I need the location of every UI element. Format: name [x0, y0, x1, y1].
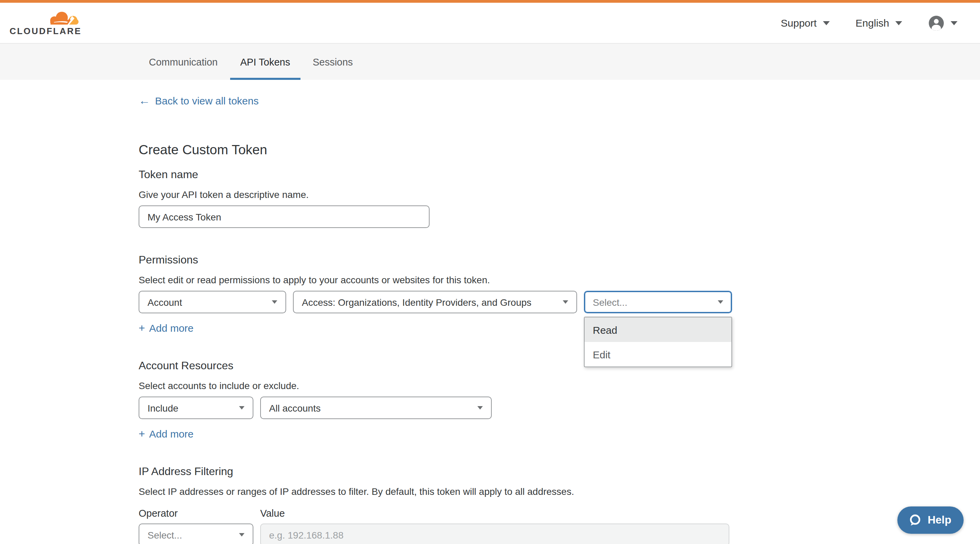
account-resources-row: Include All accounts — [138, 397, 980, 419]
permissions-add-more-link[interactable]: + Add more — [138, 322, 194, 334]
profile-tabbar: Communication API Tokens Sessions — [0, 43, 980, 80]
main-content: ← Back to view all tokens Create Custom … — [0, 80, 980, 544]
access-dropdown-menu: Read Edit — [584, 317, 732, 367]
chevron-down-icon — [563, 300, 568, 304]
dropdown-option-read[interactable]: Read — [585, 317, 732, 342]
ip-filtering-labels: Operator Value — [138, 508, 980, 519]
chevron-down-icon — [951, 21, 958, 25]
page-root: CLOUDFLARE Support English — [0, 0, 980, 544]
tab-sessions[interactable]: Sessions — [302, 44, 363, 80]
chevron-down-icon — [239, 406, 245, 409]
plus-icon: + — [138, 323, 145, 333]
permission-access-select[interactable]: Select... — [584, 291, 732, 313]
header-menus: Support English — [755, 15, 958, 31]
permission-scope-value: Account — [148, 297, 182, 308]
chevron-down-icon — [272, 300, 277, 304]
app-header: CLOUDFLARE Support English — [0, 3, 980, 43]
tab-api-tokens[interactable]: API Tokens — [230, 44, 301, 80]
ip-filtering-heading: IP Address Filtering — [138, 465, 980, 479]
help-button[interactable]: Help — [898, 506, 964, 534]
permission-resource-select[interactable]: Access: Organizations, Identity Provider… — [293, 291, 577, 313]
token-name-input[interactable] — [138, 205, 430, 228]
ip-operator-placeholder: Select... — [148, 529, 182, 540]
chevron-down-icon — [895, 21, 902, 25]
chevron-down-icon — [477, 406, 483, 409]
resource-mode-value: Include — [148, 402, 178, 413]
dropdown-option-edit[interactable]: Edit — [585, 342, 732, 366]
ip-value-input — [260, 523, 729, 544]
account-resources-description: Select accounts to include or exclude. — [138, 379, 980, 392]
chevron-down-icon — [239, 533, 245, 536]
token-name-section: Token name Give your API token a descrip… — [138, 168, 980, 228]
permission-scope-select[interactable]: Account — [138, 291, 286, 313]
permission-resource-value: Access: Organizations, Identity Provider… — [302, 297, 531, 308]
permission-access-placeholder: Select... — [593, 297, 627, 308]
add-more-label: Add more — [149, 428, 194, 439]
permissions-description: Select edit or read permissions to apply… — [138, 274, 980, 286]
tab-label: API Tokens — [240, 56, 290, 67]
token-name-description: Give your API token a descriptive name. — [138, 189, 980, 201]
account-menu[interactable] — [928, 15, 958, 31]
support-menu-label: Support — [781, 17, 817, 29]
option-label: Read — [593, 324, 617, 335]
chevron-down-icon — [823, 21, 830, 25]
language-menu[interactable]: English — [856, 17, 902, 29]
back-arrow-icon: ← — [138, 95, 150, 106]
account-resources-add-more-link[interactable]: + Add more — [138, 428, 194, 439]
value-label: Value — [260, 508, 285, 519]
resource-accounts-value: All accounts — [269, 402, 321, 413]
account-resources-section: Account Resources Select accounts to inc… — [138, 359, 980, 439]
ip-filtering-row: Select... — [138, 523, 980, 544]
language-menu-label: English — [856, 17, 889, 29]
option-label: Edit — [593, 349, 611, 360]
cloudflare-cloud-icon — [45, 11, 81, 26]
active-tab-underline — [230, 78, 301, 80]
ip-operator-select[interactable]: Select... — [138, 523, 253, 544]
resource-accounts-select[interactable]: All accounts — [260, 397, 492, 419]
permissions-heading: Permissions — [138, 253, 980, 267]
account-resources-heading: Account Resources — [138, 359, 980, 373]
cloudflare-logo[interactable]: CLOUDFLARE — [10, 11, 81, 35]
tab-label: Communication — [149, 56, 218, 67]
brand-accent-bar — [0, 0, 980, 3]
back-to-tokens-link[interactable]: ← Back to view all tokens — [138, 95, 259, 106]
tab-label: Sessions — [313, 56, 353, 67]
ip-filtering-section: IP Address Filtering Select IP addresses… — [138, 465, 980, 544]
operator-label: Operator — [138, 508, 260, 519]
resource-mode-select[interactable]: Include — [138, 397, 253, 419]
token-name-heading: Token name — [138, 168, 980, 182]
help-button-label: Help — [928, 514, 951, 526]
avatar-icon — [928, 15, 945, 31]
back-link-label: Back to view all tokens — [155, 95, 259, 106]
permissions-section: Permissions Select edit or read permissi… — [138, 253, 980, 334]
chat-bubble-icon — [908, 513, 922, 527]
support-menu[interactable]: Support — [781, 17, 830, 29]
page-title: Create Custom Token — [138, 141, 980, 158]
cloudflare-wordmark: CLOUDFLARE — [10, 27, 82, 35]
tab-communication[interactable]: Communication — [138, 44, 228, 80]
permissions-row: Account Access: Organizations, Identity … — [138, 291, 980, 313]
add-more-label: Add more — [149, 322, 194, 334]
plus-icon: + — [138, 429, 145, 439]
ip-filtering-description: Select IP addresses or ranges of IP addr… — [138, 485, 980, 498]
chevron-down-icon — [718, 300, 723, 304]
